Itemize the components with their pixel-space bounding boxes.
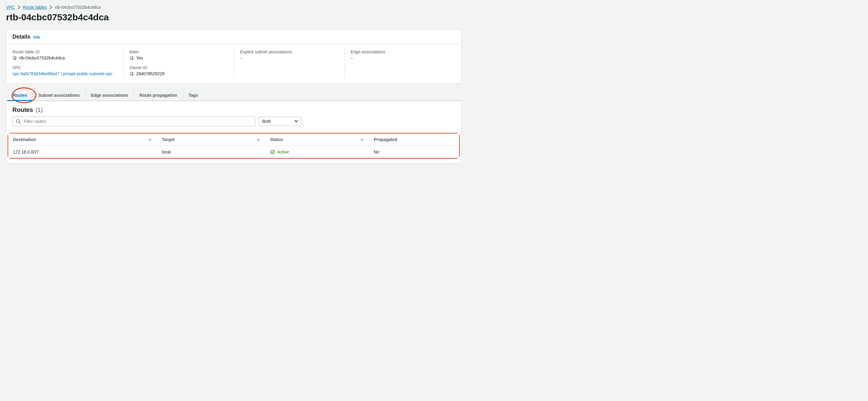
breadcrumb-current: rtb-04cbc07532b4c4dca: [55, 5, 100, 10]
value-edge-assoc: –: [351, 56, 449, 60]
breadcrumb-link-route-tables[interactable]: Route tables: [23, 5, 47, 10]
col-destination[interactable]: Destination: [8, 133, 157, 146]
value-explicit-subnet: –: [240, 56, 338, 60]
table-row[interactable]: 172.18.0.0/27 local Active No: [8, 146, 459, 158]
chevron-right-icon: [50, 5, 52, 9]
tab-route-propagation[interactable]: Route propagation: [134, 89, 183, 101]
propagation-filter-select[interactable]: Both: [259, 117, 301, 126]
propagation-filter-value: Both: [262, 119, 271, 124]
filter-routes-input[interactable]: [23, 119, 252, 124]
sort-icon[interactable]: [148, 138, 151, 141]
col-propagated-label: Propagated: [374, 137, 397, 142]
chevron-right-icon: [18, 5, 20, 9]
value-route-table-id: rtb-04cbc07532b4c4dca: [19, 56, 65, 60]
tab-tags[interactable]: Tags: [183, 89, 204, 101]
annotation-table-highlight: Destination Target: [8, 133, 460, 159]
breadcrumb: VPC Route tables rtb-04cbc07532b4c4dca: [6, 5, 461, 10]
sort-icon[interactable]: [361, 138, 364, 141]
col-target[interactable]: Target: [157, 133, 265, 146]
page-title: rtb-04cbc07532b4c4dca: [6, 12, 461, 23]
col-status-label: Status: [270, 137, 283, 142]
label-vpc: VPC: [12, 65, 117, 70]
details-title: Details: [12, 34, 30, 40]
cell-target: local: [157, 146, 265, 158]
label-owner-id: Owner ID: [130, 65, 228, 70]
col-destination-label: Destination: [13, 137, 36, 142]
check-circle-icon: [270, 149, 275, 155]
cell-destination: 172.18.0.0/27: [8, 146, 157, 158]
tab-routes[interactable]: Routes: [7, 89, 32, 101]
value-owner-id: 284078529228: [136, 71, 164, 76]
svg-rect-1: [13, 57, 16, 59]
copy-icon[interactable]: [12, 56, 17, 60]
caret-down-icon: [294, 120, 298, 123]
label-main: Main: [130, 49, 228, 54]
col-status[interactable]: Status: [265, 133, 369, 146]
svg-line-7: [19, 122, 20, 124]
svg-rect-3: [130, 57, 133, 59]
copy-icon[interactable]: [130, 72, 134, 76]
value-main: Yes: [136, 56, 143, 60]
svg-rect-5: [130, 72, 133, 75]
sort-icon[interactable]: [257, 138, 260, 141]
cell-propagated: No: [369, 146, 459, 158]
link-vpc[interactable]: vpc-0af4783d34be98a47 | private-public-s…: [12, 71, 113, 76]
info-link[interactable]: Info: [33, 35, 40, 39]
routes-count: (1): [35, 106, 43, 113]
routes-table: Destination Target: [8, 133, 459, 158]
col-target-label: Target: [162, 137, 175, 142]
status-text: Active: [277, 149, 289, 155]
search-icon: [16, 119, 21, 124]
tab-subnet-associations[interactable]: Subnet associations: [32, 89, 85, 101]
cell-status: Active: [265, 146, 369, 158]
col-propagated[interactable]: Propagated: [369, 133, 459, 146]
label-route-table-id: Route table ID: [12, 49, 117, 54]
label-explicit-subnet: Explicit subnet associations: [240, 49, 338, 54]
routes-panel: Routes (1) Both: [6, 101, 461, 163]
label-edge-assoc: Edge associations: [351, 49, 449, 54]
tab-bar: Routes Subnet associations Edge associat…: [6, 89, 461, 101]
copy-icon[interactable]: [130, 56, 134, 60]
details-panel: Details Info Route table ID rtb-04cbc075…: [6, 29, 461, 84]
filter-routes-input-wrap[interactable]: [12, 116, 255, 126]
breadcrumb-link-vpc[interactable]: VPC: [6, 5, 15, 10]
routes-title: Routes: [12, 106, 33, 113]
tab-edge-associations[interactable]: Edge associations: [85, 89, 134, 101]
